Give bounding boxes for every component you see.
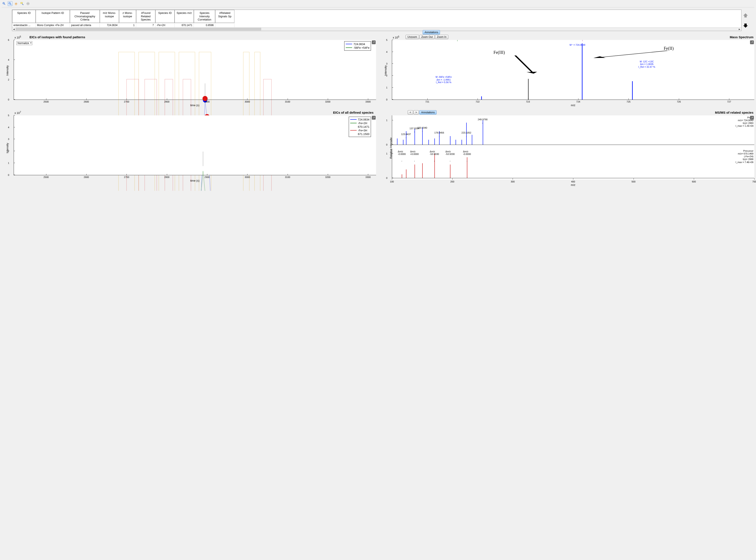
zoom-out-icon[interactable] [8,1,13,6]
table-row[interactable]: Mono Complex +Fe-2H [36,23,70,27]
legend-item: -Fe+2H [358,122,367,125]
svg-line-1 [4,4,5,5]
zoom-out-button[interactable]: Zoom Out [419,35,435,39]
col-species-id[interactable]: Species ID [12,10,36,23]
y-axis-label: Intensity [6,65,9,76]
plot-title: EICs of isotopes with found patterns [29,35,85,39]
normalize-dropdown[interactable]: Normalize [17,41,32,45]
legend-item: 670.1471 [358,125,370,128]
plot-eic-all-species: x 107 EICs of all defined species Intens… [2,110,376,186]
annotations-button[interactable]: Annotations [419,110,437,115]
table-scrollbar[interactable]: ◀ ▶ [12,27,741,31]
col-related-signals[interactable]: #Related Signals Sp [215,10,234,23]
table-row[interactable] [215,23,234,27]
precursor-info: t(s)= 2888 [735,158,753,161]
legend-item: 671.1500 [358,133,370,136]
col-passed-criteria[interactable]: Passed Chromatography Criteria [70,10,100,23]
svg-rect-10 [27,2,28,3]
y-exponent: x 105 [15,35,21,39]
table-row[interactable]: 724.0634 [100,23,119,27]
svg-rect-7 [21,2,22,4]
precursor-info: t(s)= 2883 [735,122,753,124]
toolbar [2,1,754,7]
svg-rect-11 [27,4,28,5]
expand-icon[interactable] [372,116,376,120]
pan-icon[interactable] [14,1,18,6]
plot-title: Mass Spectrum [730,35,753,39]
plot-title: MS/MS of related species [715,111,753,114]
svg-line-58 [515,55,533,73]
table-row[interactable]: 0.8596 [194,23,215,27]
legend-item: -56Fe +54Fe [354,46,370,49]
svg-line-59 [595,51,667,58]
col-z-mono[interactable]: z Mono-isotope [119,10,136,23]
table-row[interactable]: -Fe+2H [155,23,175,27]
next-button[interactable]: > [414,110,419,115]
row-up-icon[interactable] [743,13,748,18]
table-row[interactable]: 7 [136,23,155,27]
col-isotope-pattern[interactable]: Isotope Pattern ID [36,10,70,23]
plot-title: EICs of all defined species [333,111,374,114]
zoom-in-button[interactable]: Zoom In [435,35,448,39]
x-axis-label: m/z [392,104,754,107]
y-exponent: x 107 [15,111,21,115]
precursor-info: m/z= 670.1469 [735,152,753,155]
precursor-info: I_max = 7.4E+06 [735,161,753,164]
svg-line-5 [10,4,11,5]
data-cursor-icon[interactable] [20,1,24,6]
precursor-info: Precursor [735,149,753,152]
x-axis-label: m/z [392,183,754,186]
svg-point-8 [23,4,23,5]
precursor-info: I_max = 1.2E+04 [735,124,753,127]
table-row[interactable]: 1 [119,23,136,27]
legend-item: -Fe+3H [358,129,367,132]
col-species-mz[interactable]: Species m/z [175,10,194,23]
col-intensity-corr[interactable]: Species Intensity Correlation [194,10,215,23]
print-icon[interactable] [26,1,31,6]
plot-msms: < > Annotations MS/MS of related species… [380,110,754,186]
y-exponent: x 105 [393,35,399,39]
precursor-info: (-Fe+2H) [735,155,753,158]
table-row[interactable]: passed all criteria [70,23,100,27]
expand-icon[interactable] [372,40,376,44]
plot-eic-isotopes: x 105 EICs of isotopes with found patter… [2,34,376,107]
table-row[interactable]: 670.1471 [175,23,194,27]
plot-mass-spectrum: Annotations x 105 Unzoom Zoom Out Zoom I… [380,34,754,107]
unzoom-button[interactable]: Unzoom [405,35,419,39]
legend-item: 724.0634 [358,118,370,121]
table-row[interactable]: enterobactin ... [12,23,36,27]
col-species-id2[interactable]: Species ID [155,10,175,23]
row-down-icon[interactable] [743,23,748,28]
col-found-related[interactable]: #Found Related Species [136,10,155,23]
annotations-button[interactable]: Annotations [423,30,440,34]
col-mz-mono[interactable]: m/z Mono-isotope [100,10,119,23]
prev-button[interactable]: < [408,110,413,115]
expand-icon[interactable] [750,116,754,120]
zoom-in-icon[interactable] [2,1,6,6]
expand-icon[interactable] [750,40,754,44]
legend-item: 724.0634 [354,42,365,46]
results-table[interactable]: Species ID Isotope Pattern ID Passed Chr… [12,9,741,31]
